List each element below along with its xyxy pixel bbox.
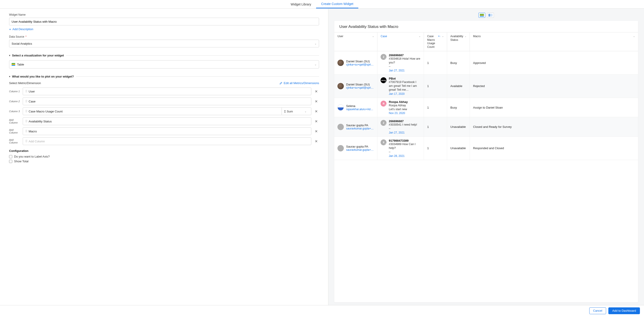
table-row[interactable]: Saurav gupta PA sauravkumar.gupta+ga@ 9 … bbox=[334, 137, 638, 160]
drag-handle-icon[interactable]: ⠿ bbox=[25, 140, 27, 143]
cell-macro: Closed and Ready for Survey bbox=[470, 117, 638, 137]
show-total-checkbox-row[interactable]: Show Total bbox=[9, 159, 319, 163]
table-icon bbox=[12, 63, 15, 66]
data-source-select[interactable]: Social Analytics ⌄ bbox=[9, 40, 319, 47]
th-macro[interactable]: Macro ⌄ bbox=[470, 32, 638, 51]
user-name: Daniel Sloan (SU) bbox=[346, 60, 374, 63]
case-title: 266696687 bbox=[389, 120, 420, 123]
plot-section-header[interactable]: What would you like to plot on your widg… bbox=[9, 75, 319, 78]
preview-card: User Availability Status with Macro User… bbox=[334, 21, 638, 303]
view-table-button[interactable] bbox=[478, 13, 485, 18]
chevron-down-icon: ⌄ bbox=[304, 110, 306, 113]
case-date[interactable]: Jan 27, 2021 bbox=[389, 131, 420, 134]
column-value: Case Macro Usage Count bbox=[28, 110, 282, 113]
drag-handle-icon[interactable]: ⠿ bbox=[25, 100, 27, 103]
drag-handle-icon[interactable]: ⠿ bbox=[25, 110, 27, 113]
column-input[interactable]: ⠿ Case bbox=[23, 98, 311, 105]
cell-user: Daniel Sloan (SU) cjinka+su+qa4@sprinkl. bbox=[334, 75, 378, 98]
case-date[interactable]: Jan 28, 2021 bbox=[389, 154, 420, 158]
view-toggle bbox=[478, 13, 494, 18]
case-avatar: R bbox=[380, 101, 386, 107]
cell-user: Selena rajasekhar.aluru+Admin bbox=[334, 98, 378, 117]
edit-all-metrics-link[interactable]: Edit all Metrics/Dimensions bbox=[280, 81, 319, 85]
remove-column-icon[interactable]: ✕ bbox=[313, 109, 319, 114]
widget-name-input[interactable] bbox=[9, 18, 319, 25]
column-row: Add Column ⠿ Add Column ✕ bbox=[9, 137, 319, 145]
user-email[interactable]: sauravkumar.gupta+ga@ bbox=[346, 148, 374, 152]
remove-column-icon[interactable]: ✕ bbox=[313, 99, 319, 104]
case-date[interactable]: Jan 17, 2020 bbox=[389, 92, 420, 95]
column-row-label: Add Column bbox=[9, 139, 23, 144]
user-name: Daniel Sloan (SU) bbox=[346, 83, 374, 86]
cell-macro: Approved bbox=[470, 51, 638, 74]
cell-macro: Assign to Daniel Sloan bbox=[470, 98, 638, 117]
preview-title: User Availability Status with Macro bbox=[334, 21, 638, 32]
cell-macro: Responded and Closed bbox=[470, 137, 638, 160]
cell-user: Saurav gupta PA sauravkumar.gupta+ga@ bbox=[334, 117, 378, 137]
pencil-icon bbox=[280, 82, 282, 85]
sort-desc-icon: ≡↓ bbox=[438, 35, 441, 38]
visualization-section-header[interactable]: Select a visualization for your widget bbox=[9, 54, 319, 57]
case-date[interactable]: Nov 23, 2020 bbox=[389, 112, 420, 115]
table-icon bbox=[480, 14, 484, 16]
add-to-dashboard-button[interactable]: Add to Dashboard bbox=[608, 307, 640, 314]
case-extra: – bbox=[389, 127, 420, 131]
case-title: PBot bbox=[389, 77, 420, 80]
table-row[interactable]: Saurav gupta PA sauravkumar.gupta+ga@ 2 … bbox=[334, 117, 638, 137]
table-row[interactable]: Daniel Sloan (SU) cjinka+su+qa4@sprinkl.… bbox=[334, 51, 638, 75]
column-row: Add Column ⠿ Availability Status ✕ bbox=[9, 117, 319, 125]
add-description-link[interactable]: + Add Description bbox=[9, 27, 319, 31]
th-case[interactable]: Case ⌄ bbox=[378, 32, 424, 51]
user-name: Selena bbox=[346, 104, 374, 108]
table-body[interactable]: Daniel Sloan (SU) cjinka+su+qa4@sprinkl.… bbox=[334, 51, 638, 303]
show-total-text: Show Total bbox=[14, 159, 28, 163]
drag-handle-icon[interactable]: ⠿ bbox=[25, 90, 27, 93]
th-availability[interactable]: Availability Status ⌄ bbox=[447, 32, 470, 51]
drag-handle-icon[interactable]: ⠿ bbox=[25, 120, 27, 123]
tab-create-custom-widget[interactable]: Create Custom Widget bbox=[316, 0, 358, 8]
view-split-button[interactable] bbox=[487, 13, 494, 18]
user-email[interactable]: cjinka+su+qa4@sprinkl. bbox=[346, 63, 374, 66]
footer: Cancel Add to Dashboard bbox=[0, 305, 644, 316]
cell-user: Saurav gupta PA sauravkumar.gupta+ga@ bbox=[334, 137, 378, 160]
column-input[interactable]: ⠿ Availability Status bbox=[23, 117, 311, 125]
user-name: Saurav gupta PA bbox=[346, 145, 374, 148]
remove-column-icon[interactable]: ✕ bbox=[313, 129, 319, 134]
remove-column-icon[interactable]: ✕ bbox=[313, 139, 319, 144]
user-email[interactable]: cjinka+su+qa4@sprinkl. bbox=[346, 86, 374, 89]
remove-column-icon[interactable]: ✕ bbox=[313, 119, 319, 124]
user-email[interactable]: rajasekhar.aluru+Admin bbox=[346, 108, 374, 111]
cancel-button[interactable]: Cancel bbox=[589, 307, 606, 314]
case-extra: – bbox=[389, 65, 420, 68]
table-row[interactable]: Selena rajasekhar.aluru+Admin R Roopa Ab… bbox=[334, 98, 638, 117]
drag-handle-icon[interactable]: ⠿ bbox=[25, 130, 27, 133]
column-input[interactable]: ⠿ Add Column bbox=[23, 137, 311, 145]
column-input[interactable]: ⠿ Macro bbox=[23, 127, 311, 135]
th-user[interactable]: User ⌄ bbox=[334, 32, 378, 51]
case-title: 266696687 bbox=[389, 53, 420, 57]
label-axis-checkbox[interactable] bbox=[9, 155, 12, 158]
cell-count: 1 bbox=[424, 137, 447, 160]
case-date[interactable]: Jan 27, 2021 bbox=[389, 69, 420, 72]
show-total-checkbox[interactable] bbox=[9, 160, 12, 163]
user-email[interactable]: sauravkumar.gupta+ga@ bbox=[346, 127, 374, 130]
column-input[interactable]: ⠿ User bbox=[23, 88, 311, 95]
cell-case: R Roopa Abhay Roopa AbhayLet's start new… bbox=[378, 98, 424, 117]
chevron-down-icon: ⌄ bbox=[314, 42, 316, 45]
user-avatar bbox=[338, 145, 344, 152]
column-row-label: Column 3 bbox=[9, 110, 23, 113]
case-avatar: 2 bbox=[380, 54, 386, 60]
label-axis-checkbox-row[interactable]: Do you want to Label Axis? bbox=[9, 155, 319, 158]
split-icon bbox=[488, 14, 492, 16]
column-value: Macro bbox=[28, 130, 309, 133]
table-row[interactable]: Daniel Sloan (SU) cjinka+su+qa4@sprinkl.… bbox=[334, 75, 638, 98]
column-input[interactable]: ⠿ Case Macro Usage Count Σ Sum⌄ bbox=[23, 107, 311, 115]
case-avatar: 9 bbox=[380, 140, 386, 145]
data-source-label: Data Source * bbox=[9, 35, 319, 38]
tab-widget-library[interactable]: Widget Library bbox=[286, 0, 316, 8]
visualization-type-select[interactable]: Table ⌄ bbox=[9, 60, 319, 68]
remove-column-icon[interactable]: ✕ bbox=[313, 89, 319, 94]
aggregation-select[interactable]: Σ Sum⌄ bbox=[282, 108, 309, 115]
th-count[interactable]: Case Macro Usage Count ≡↓ ⌄ bbox=[424, 32, 447, 51]
status-badge-icon bbox=[385, 58, 388, 60]
